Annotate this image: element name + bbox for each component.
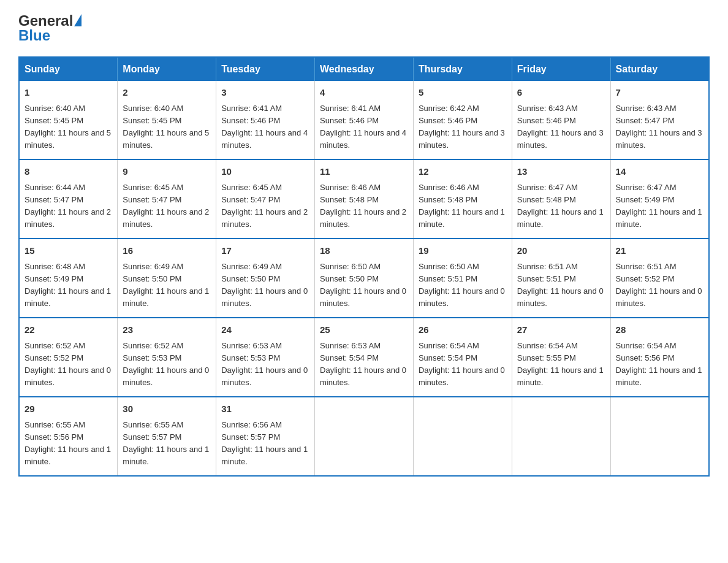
day-number: 27 bbox=[517, 323, 605, 337]
day-number: 18 bbox=[320, 244, 408, 258]
calendar-week-row: 15 Sunrise: 6:48 AMSunset: 5:49 PMDaylig… bbox=[19, 239, 709, 318]
day-info: Sunrise: 6:41 AMSunset: 5:46 PMDaylight:… bbox=[320, 104, 406, 150]
day-info: Sunrise: 6:55 AMSunset: 5:56 PMDaylight:… bbox=[25, 420, 111, 466]
day-number: 3 bbox=[221, 86, 309, 100]
day-of-week-header: Monday bbox=[118, 57, 216, 81]
day-number: 4 bbox=[320, 86, 408, 100]
day-number: 24 bbox=[221, 323, 309, 337]
calendar-day-cell: 7 Sunrise: 6:43 AMSunset: 5:47 PMDayligh… bbox=[610, 81, 709, 159]
day-info: Sunrise: 6:43 AMSunset: 5:46 PMDaylight:… bbox=[517, 104, 604, 150]
day-of-week-header: Sunday bbox=[19, 57, 118, 81]
day-info: Sunrise: 6:41 AMSunset: 5:46 PMDaylight:… bbox=[221, 104, 308, 150]
day-number: 19 bbox=[419, 244, 507, 258]
calendar-day-cell: 19 Sunrise: 6:50 AMSunset: 5:51 PMDaylig… bbox=[413, 239, 512, 318]
day-number: 7 bbox=[616, 86, 703, 100]
day-info: Sunrise: 6:40 AMSunset: 5:45 PMDaylight:… bbox=[123, 104, 209, 150]
logo: General Blue bbox=[18, 12, 82, 44]
day-number: 6 bbox=[517, 86, 605, 100]
day-number: 17 bbox=[221, 244, 309, 258]
calendar-day-cell bbox=[315, 397, 414, 476]
day-number: 22 bbox=[25, 323, 112, 337]
calendar-day-cell: 12 Sunrise: 6:46 AMSunset: 5:48 PMDaylig… bbox=[413, 159, 512, 239]
day-number: 12 bbox=[419, 165, 507, 179]
day-number: 31 bbox=[221, 402, 309, 416]
logo-triangle-icon bbox=[74, 14, 82, 26]
calendar-day-cell: 22 Sunrise: 6:52 AMSunset: 5:52 PMDaylig… bbox=[19, 318, 118, 397]
day-info: Sunrise: 6:47 AMSunset: 5:49 PMDaylight:… bbox=[616, 183, 702, 229]
calendar-day-cell: 5 Sunrise: 6:42 AMSunset: 5:46 PMDayligh… bbox=[413, 81, 512, 159]
day-number: 8 bbox=[25, 165, 112, 179]
calendar-day-cell: 15 Sunrise: 6:48 AMSunset: 5:49 PMDaylig… bbox=[19, 239, 118, 318]
day-info: Sunrise: 6:47 AMSunset: 5:48 PMDaylight:… bbox=[517, 183, 604, 229]
calendar-day-cell: 21 Sunrise: 6:51 AMSunset: 5:52 PMDaylig… bbox=[610, 239, 709, 318]
day-number: 9 bbox=[123, 165, 211, 179]
day-info: Sunrise: 6:54 AMSunset: 5:54 PMDaylight:… bbox=[419, 341, 505, 387]
calendar-day-cell: 24 Sunrise: 6:53 AMSunset: 5:53 PMDaylig… bbox=[216, 318, 315, 397]
day-info: Sunrise: 6:45 AMSunset: 5:47 PMDaylight:… bbox=[123, 183, 209, 229]
day-info: Sunrise: 6:56 AMSunset: 5:57 PMDaylight:… bbox=[221, 420, 308, 466]
calendar-week-row: 1 Sunrise: 6:40 AMSunset: 5:45 PMDayligh… bbox=[19, 81, 709, 159]
day-number: 16 bbox=[123, 244, 211, 258]
day-info: Sunrise: 6:51 AMSunset: 5:52 PMDaylight:… bbox=[616, 262, 702, 308]
calendar-day-cell: 27 Sunrise: 6:54 AMSunset: 5:55 PMDaylig… bbox=[512, 318, 610, 397]
day-number: 28 bbox=[616, 323, 703, 337]
day-info: Sunrise: 6:53 AMSunset: 5:54 PMDaylight:… bbox=[320, 341, 406, 387]
day-number: 26 bbox=[419, 323, 507, 337]
calendar-day-cell: 25 Sunrise: 6:53 AMSunset: 5:54 PMDaylig… bbox=[315, 318, 414, 397]
calendar-day-cell bbox=[512, 397, 610, 476]
calendar-day-cell: 11 Sunrise: 6:46 AMSunset: 5:48 PMDaylig… bbox=[315, 159, 414, 239]
calendar-day-cell: 9 Sunrise: 6:45 AMSunset: 5:47 PMDayligh… bbox=[118, 159, 216, 239]
calendar-table: SundayMondayTuesdayWednesdayThursdayFrid… bbox=[18, 56, 710, 477]
day-info: Sunrise: 6:49 AMSunset: 5:50 PMDaylight:… bbox=[221, 262, 308, 308]
calendar-day-cell: 14 Sunrise: 6:47 AMSunset: 5:49 PMDaylig… bbox=[610, 159, 709, 239]
day-number: 5 bbox=[419, 86, 507, 100]
calendar-day-cell: 13 Sunrise: 6:47 AMSunset: 5:48 PMDaylig… bbox=[512, 159, 610, 239]
day-of-week-header: Saturday bbox=[610, 57, 709, 81]
day-number: 30 bbox=[123, 402, 211, 416]
calendar-header-row: SundayMondayTuesdayWednesdayThursdayFrid… bbox=[19, 57, 709, 81]
calendar-day-cell: 28 Sunrise: 6:54 AMSunset: 5:56 PMDaylig… bbox=[610, 318, 709, 397]
calendar-day-cell: 2 Sunrise: 6:40 AMSunset: 5:45 PMDayligh… bbox=[118, 81, 216, 159]
calendar-week-row: 22 Sunrise: 6:52 AMSunset: 5:52 PMDaylig… bbox=[19, 318, 709, 397]
calendar-day-cell: 31 Sunrise: 6:56 AMSunset: 5:57 PMDaylig… bbox=[216, 397, 315, 476]
calendar-day-cell: 20 Sunrise: 6:51 AMSunset: 5:51 PMDaylig… bbox=[512, 239, 610, 318]
day-number: 14 bbox=[616, 165, 703, 179]
day-info: Sunrise: 6:49 AMSunset: 5:50 PMDaylight:… bbox=[123, 262, 209, 308]
day-number: 25 bbox=[320, 323, 408, 337]
calendar-day-cell: 8 Sunrise: 6:44 AMSunset: 5:47 PMDayligh… bbox=[19, 159, 118, 239]
day-info: Sunrise: 6:44 AMSunset: 5:47 PMDaylight:… bbox=[25, 183, 111, 229]
calendar-day-cell: 6 Sunrise: 6:43 AMSunset: 5:46 PMDayligh… bbox=[512, 81, 610, 159]
day-of-week-header: Thursday bbox=[413, 57, 512, 81]
day-info: Sunrise: 6:48 AMSunset: 5:49 PMDaylight:… bbox=[25, 262, 111, 308]
day-of-week-header: Tuesday bbox=[216, 57, 315, 81]
day-of-week-header: Friday bbox=[512, 57, 610, 81]
calendar-day-cell: 3 Sunrise: 6:41 AMSunset: 5:46 PMDayligh… bbox=[216, 81, 315, 159]
calendar-day-cell: 18 Sunrise: 6:50 AMSunset: 5:50 PMDaylig… bbox=[315, 239, 414, 318]
day-info: Sunrise: 6:52 AMSunset: 5:53 PMDaylight:… bbox=[123, 341, 209, 387]
day-number: 15 bbox=[25, 244, 112, 258]
calendar-day-cell bbox=[610, 397, 709, 476]
day-info: Sunrise: 6:45 AMSunset: 5:47 PMDaylight:… bbox=[221, 183, 308, 229]
calendar-day-cell: 29 Sunrise: 6:55 AMSunset: 5:56 PMDaylig… bbox=[19, 397, 118, 476]
day-number: 10 bbox=[221, 165, 309, 179]
day-info: Sunrise: 6:52 AMSunset: 5:52 PMDaylight:… bbox=[25, 341, 111, 387]
calendar-week-row: 8 Sunrise: 6:44 AMSunset: 5:47 PMDayligh… bbox=[19, 159, 709, 239]
calendar-day-cell bbox=[413, 397, 512, 476]
day-info: Sunrise: 6:55 AMSunset: 5:57 PMDaylight:… bbox=[123, 420, 209, 466]
calendar-day-cell: 30 Sunrise: 6:55 AMSunset: 5:57 PMDaylig… bbox=[118, 397, 216, 476]
day-number: 2 bbox=[123, 86, 211, 100]
calendar-day-cell: 4 Sunrise: 6:41 AMSunset: 5:46 PMDayligh… bbox=[315, 81, 414, 159]
logo-blue-text: Blue bbox=[18, 27, 50, 44]
day-number: 29 bbox=[25, 402, 112, 416]
page-header: General Blue bbox=[18, 12, 710, 44]
day-info: Sunrise: 6:54 AMSunset: 5:56 PMDaylight:… bbox=[616, 341, 702, 387]
day-info: Sunrise: 6:40 AMSunset: 5:45 PMDaylight:… bbox=[25, 104, 111, 150]
calendar-day-cell: 10 Sunrise: 6:45 AMSunset: 5:47 PMDaylig… bbox=[216, 159, 315, 239]
calendar-day-cell: 16 Sunrise: 6:49 AMSunset: 5:50 PMDaylig… bbox=[118, 239, 216, 318]
day-info: Sunrise: 6:46 AMSunset: 5:48 PMDaylight:… bbox=[419, 183, 505, 229]
day-info: Sunrise: 6:42 AMSunset: 5:46 PMDaylight:… bbox=[419, 104, 505, 150]
day-info: Sunrise: 6:43 AMSunset: 5:47 PMDaylight:… bbox=[616, 104, 702, 150]
calendar-week-row: 29 Sunrise: 6:55 AMSunset: 5:56 PMDaylig… bbox=[19, 397, 709, 476]
calendar-day-cell: 26 Sunrise: 6:54 AMSunset: 5:54 PMDaylig… bbox=[413, 318, 512, 397]
day-of-week-header: Wednesday bbox=[315, 57, 414, 81]
